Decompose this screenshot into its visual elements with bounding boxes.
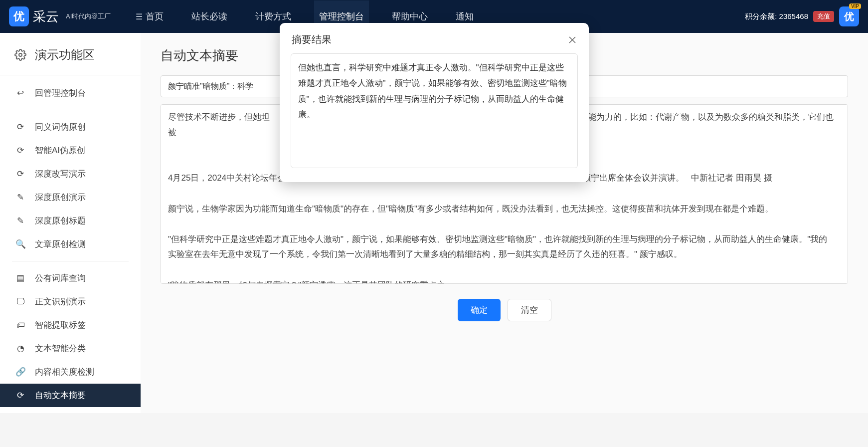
summary-result[interactable]: 但她也直言，科学研究中难题才真正令人激动。"但科学研究中正是这些难题才真正地令人…: [291, 53, 578, 168]
summary-modal: 摘要结果 但她也直言，科学研究中难题才真正令人激动。"但科学研究中正是这些难题才…: [280, 23, 589, 182]
modal-mask: 摘要结果 但她也直言，科学研究中难题才真正令人激动。"但科学研究中正是这些难题才…: [0, 0, 868, 413]
modal-body: 但她也直言，科学研究中难题才真正令人激动。"但科学研究中正是这些难题才真正地令人…: [280, 53, 589, 182]
close-icon[interactable]: [568, 35, 577, 44]
modal-title: 摘要结果: [292, 33, 332, 46]
modal-header: 摘要结果: [280, 23, 589, 53]
